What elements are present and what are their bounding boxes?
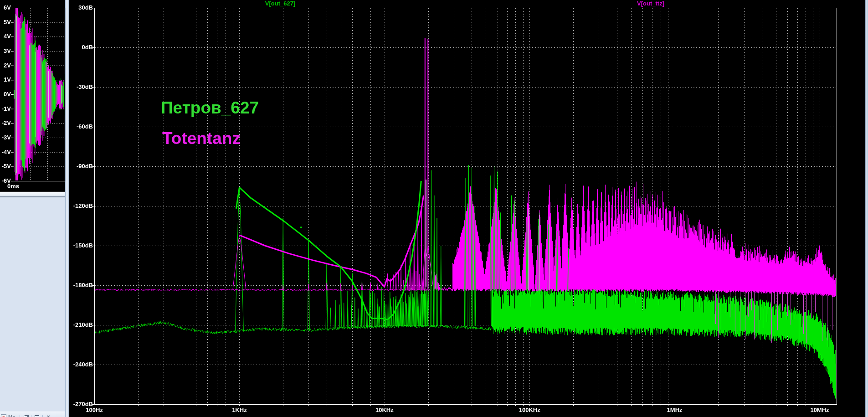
time-panel-scrollbar[interactable] (0, 191, 65, 197)
fft-y-tick-label: -30dB (0, 84, 93, 90)
fft-y-tick-label: 30dB (0, 5, 93, 11)
window-button[interactable] (33, 414, 41, 417)
annotation-totentanz: Totentanz (162, 129, 241, 148)
restore-button[interactable] (22, 414, 29, 417)
time-y-tick-label: -1V (0, 106, 11, 112)
fft-y-tick-label: -180dB (0, 282, 93, 288)
time-y-tick-label: 1V (0, 77, 11, 83)
time-y-tick-label: 0V (0, 91, 11, 98)
close-button[interactable]: × (45, 414, 52, 417)
separator (31, 415, 31, 417)
fft-x-tick-label: 1KHz (219, 407, 260, 413)
window-icon (35, 415, 39, 417)
minimized-window-title: Ma (8, 414, 15, 417)
left-pane-background (0, 197, 65, 417)
fft-y-tick-label: -240dB (0, 361, 93, 368)
fft-x-tick-label: 10MHz (799, 407, 840, 413)
fft-y-tick-label: -120dB (0, 203, 93, 209)
fft-y-tick-label: -150dB (0, 242, 93, 249)
fft-x-tick-label: 1MHz (654, 407, 695, 413)
time-x-tick-label: 0ms (7, 183, 27, 190)
time-y-tick-label: -3V (0, 134, 11, 141)
ltspice-waveform-window: V[out_627] V[out_ttz] Петров_627 Totenta… (0, 0, 868, 417)
trace-label-out-627[interactable]: V[out_627] (248, 0, 312, 7)
app-icon: ~ (1, 414, 6, 417)
time-y-tick-label: 6V (0, 5, 11, 11)
fft-y-tick-label: -270dB (0, 401, 93, 407)
fft-x-tick-label: 100Hz (74, 407, 115, 413)
separator (42, 415, 43, 417)
time-y-tick-label: 5V (0, 19, 11, 26)
time-y-tick-label: -5V (0, 163, 11, 170)
fft-x-tick-label: 100KHz (509, 407, 550, 413)
fft-y-tick-label: -90dB (0, 163, 93, 170)
time-y-tick-label: 3V (0, 48, 11, 54)
trace-label-out-ttz[interactable]: V[out_ttz] (619, 0, 683, 7)
waveform-plot-canvas[interactable] (0, 0, 868, 417)
fft-x-tick-label: 10KHz (364, 407, 405, 413)
fft-y-tick-label: 0dB (0, 44, 93, 51)
time-y-tick-label: 2V (0, 62, 11, 69)
close-icon: × (47, 415, 50, 417)
separator (20, 415, 20, 417)
time-y-tick-label: 4V (0, 33, 11, 40)
fft-y-tick-label: -60dB (0, 124, 93, 130)
time-y-tick-label: -4V (0, 149, 11, 155)
annotation-petrov-627: Петров_627 (161, 98, 259, 118)
fft-y-tick-label: -210dB (0, 322, 93, 328)
minimized-window-bar[interactable]: ~ Ma × (0, 412, 65, 417)
time-y-tick-label: -2V (0, 120, 11, 126)
window-right-edge (865, 0, 868, 417)
